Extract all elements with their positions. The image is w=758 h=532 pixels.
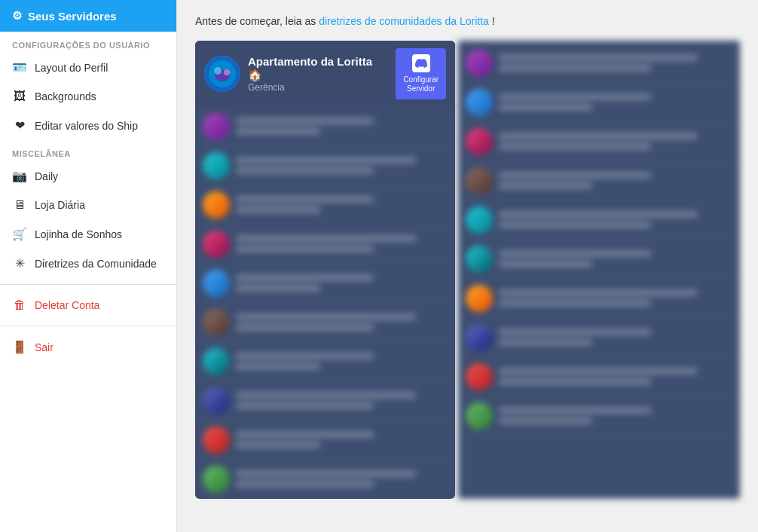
blurred-row [195, 146, 455, 185]
server-avatar [204, 56, 240, 92]
sidebar-item-label: Lojinha de Sonhos [35, 228, 122, 240]
sidebar-item-lojinha-sonhos[interactable]: 🛒 Lojinha de Sonhos [0, 219, 176, 249]
exit-icon: 🚪 [12, 340, 27, 354]
sidebar-item-layout-perfil[interactable]: 🪪 Layout do Perfil [0, 53, 176, 82]
intro-after: ! [492, 15, 495, 27]
blurred-row [195, 342, 455, 381]
server-info: Apartamento da Loritta 🏠 Gerência [248, 55, 388, 93]
blurred-row [195, 381, 455, 420]
sidebar-item-label: Loja Diária [35, 199, 85, 211]
blurred-avatar [203, 113, 230, 140]
sidebar-item-editar-ship[interactable]: ❤ Editar valores do Ship [0, 111, 176, 140]
sidebar-divider-2 [0, 326, 176, 326]
sidebar-item-label: Editar valores do Ship [35, 120, 138, 132]
sidebar-top-button[interactable]: ⚙ Seus Servidores [0, 0, 176, 32]
blurred-row [195, 264, 455, 303]
configure-server-button[interactable]: ConfigurarServidor [396, 48, 446, 99]
server-card: Apartamento da Loritta 🏠 Gerência Config… [195, 41, 455, 499]
asterisk-icon: ✳ [12, 256, 27, 271]
servers-right-blurred [458, 41, 740, 499]
servers-area: Apartamento da Loritta 🏠 Gerência Config… [195, 41, 740, 499]
blurred-line [236, 118, 374, 124]
intro-link[interactable]: diretrizes de comunidades da Loritta [319, 15, 489, 27]
gear-icon: ⚙ [12, 9, 22, 23]
blurred-line [236, 128, 320, 135]
sidebar-item-backgrounds[interactable]: 🖼 Backgrounds [0, 82, 176, 111]
trash-icon: 🗑 [12, 298, 27, 312]
section-label-miscelanea: MISCELÂNEA [0, 140, 176, 161]
blurred-server-list [195, 107, 455, 499]
discord-icon [412, 54, 430, 72]
intro-before: Antes de começar, leia as [195, 15, 319, 27]
server-card-header: Apartamento da Loritta 🏠 Gerência Config… [195, 41, 455, 107]
server-role: Gerência [248, 82, 388, 93]
backgrounds-icon: 🖼 [12, 90, 27, 103]
sidebar-divider [0, 284, 176, 285]
sidebar-item-label: Daily [35, 170, 58, 182]
server-name: Apartamento da Loritta 🏠 [248, 55, 388, 82]
sidebar-top-label: Seus Servidores [28, 10, 117, 23]
blurred-row [195, 420, 455, 460]
sidebar-item-label: Backgrounds [35, 90, 96, 102]
blurred-row [195, 460, 455, 499]
sidebar-item-label: Diretrizes da Comunidade [35, 258, 157, 270]
cart-icon: 🛒 [12, 227, 27, 241]
section-label-usuario: CONFIGURAÇÕES DO USUÁRIO [0, 32, 176, 53]
sidebar-item-label: Layout do Perfil [35, 62, 108, 74]
blurred-text [236, 118, 448, 135]
sidebar-item-label: Deletar Conta [35, 299, 99, 311]
blurred-row [195, 107, 455, 146]
intro-text: Antes de começar, leia as diretrizes de … [195, 15, 740, 27]
layout-perfil-icon: 🪪 [12, 60, 27, 75]
sidebar-item-deletar-conta[interactable]: 🗑 Deletar Conta [0, 291, 176, 320]
sidebar-item-sair[interactable]: 🚪 Sair [0, 332, 176, 362]
svg-point-3 [214, 67, 222, 75]
sidebar: ⚙ Seus Servidores CONFIGURAÇÕES DO USUÁR… [0, 0, 177, 532]
blurred-row [195, 225, 455, 264]
daily-icon: 📷 [12, 169, 27, 183]
blurred-row [195, 303, 455, 342]
sidebar-item-daily[interactable]: 📷 Daily [0, 161, 176, 191]
servers-left: Apartamento da Loritta 🏠 Gerência Config… [195, 41, 455, 499]
blurred-row [195, 185, 455, 225]
sidebar-item-label: Sair [35, 341, 53, 353]
loja-diaria-icon: 🖥 [12, 198, 27, 212]
sidebar-item-loja-diaria[interactable]: 🖥 Loja Diária [0, 191, 176, 219]
svg-point-4 [224, 69, 230, 75]
main-content: Antes de começar, leia as diretrizes de … [177, 0, 758, 532]
heart-icon: ❤ [12, 118, 27, 133]
configure-label: ConfigurarServidor [403, 75, 439, 93]
sidebar-item-diretrizes[interactable]: ✳ Diretrizes da Comunidade [0, 249, 176, 278]
